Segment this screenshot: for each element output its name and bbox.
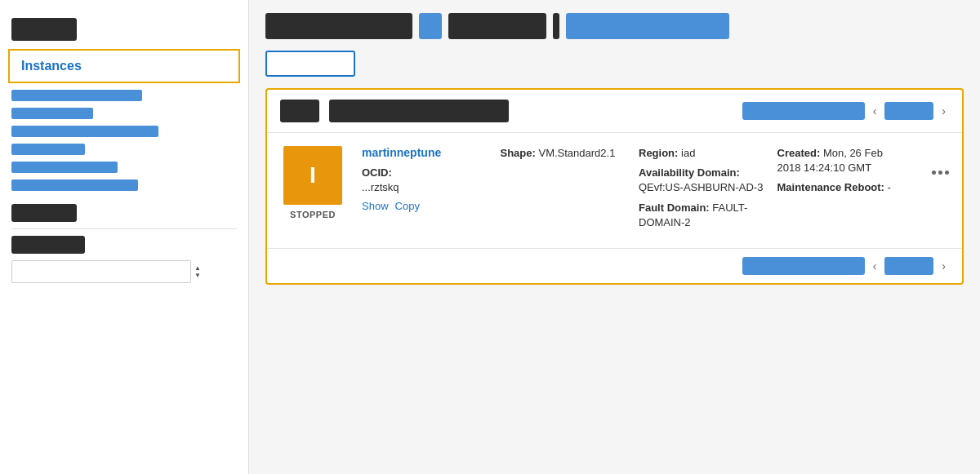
header-title-block (265, 13, 412, 39)
sidebar-divider (11, 228, 237, 229)
pagination-prev-top[interactable]: ‹ (870, 103, 880, 119)
info-col-2: Shape: VM.Standard2.1 (501, 146, 639, 235)
region-value: iad (681, 147, 695, 159)
instance-row: I STOPPED martinneptune OCID: ...rztskq … (267, 133, 962, 249)
maintenance-reboot-line: Maintenance Reboot: - (777, 180, 903, 195)
card-title-block (329, 100, 509, 122)
maintenance-reboot-value: - (888, 181, 891, 193)
pagination-info-bottom (742, 257, 865, 275)
instance-name-link[interactable]: martinneptune (362, 146, 488, 159)
main-content: ‹ › I STOPPED martinneptune OCID: (249, 0, 980, 474)
sidebar-spinner[interactable]: ▲ ▼ (194, 264, 201, 279)
shape-label: Shape: (501, 147, 536, 159)
instance-icon: I (283, 146, 342, 205)
sidebar-link-3[interactable] (11, 126, 158, 137)
availability-domain-line: Availability Domain: QEvf:US-ASHBURN-AD-… (639, 166, 764, 195)
region-label: Region: (639, 147, 678, 159)
ocid-label: OCID: (362, 166, 392, 179)
instance-status-badge: STOPPED (290, 210, 336, 219)
info-col-1: martinneptune OCID: ...rztskq Show Copy (362, 146, 501, 235)
info-col-3: Region: iad Availability Domain: QEvf:US… (639, 146, 777, 235)
pagination-next-top[interactable]: › (938, 103, 949, 119)
dot-2 (938, 171, 942, 175)
dot-1 (932, 171, 936, 175)
main-header (265, 13, 964, 39)
card-count-block (280, 100, 319, 122)
pagination-prev-bottom[interactable]: ‹ (870, 258, 880, 274)
show-ocid-link[interactable]: Show (362, 200, 389, 212)
create-instance-button[interactable] (265, 51, 355, 77)
ocid-links: Show Copy (362, 200, 488, 212)
pagination-next-bottom[interactable]: › (938, 258, 949, 274)
sidebar-bottom-label (11, 236, 85, 254)
ocid-line: OCID: ...rztskq (362, 166, 488, 195)
sidebar-top-item (11, 18, 77, 41)
sidebar-section-label (11, 204, 77, 222)
sidebar: Instances ▲ ▼ (0, 0, 249, 474)
fault-domain-line: Fault Domain: FAULT-DOMAIN-2 (639, 201, 764, 230)
shape-value: VM.Standard2.1 (538, 147, 615, 159)
instances-card: ‹ › I STOPPED martinneptune OCID: (265, 88, 964, 285)
pagination-info-top (742, 102, 865, 120)
header-icon-block (419, 13, 442, 39)
availability-domain-value: QEvf:US-ASHBURN-AD-3 (639, 181, 763, 193)
sidebar-select[interactable] (11, 260, 191, 283)
region-line: Region: iad (639, 146, 764, 161)
action-row (265, 51, 964, 77)
copy-ocid-link[interactable]: Copy (395, 200, 420, 212)
dot-3 (945, 171, 949, 175)
instance-icon-wrap: I STOPPED (280, 146, 345, 219)
sidebar-item-instances[interactable]: Instances (8, 49, 240, 83)
pagination-page-bottom[interactable] (884, 257, 933, 275)
availability-domain-label: Availability Domain: (639, 166, 740, 179)
instance-icon-letter: I (310, 162, 316, 188)
sidebar-link-1[interactable] (11, 90, 142, 101)
maintenance-reboot-label: Maintenance Reboot: (777, 181, 884, 193)
sidebar-link-2[interactable] (11, 108, 93, 119)
header-action-block (566, 13, 729, 39)
instance-info: martinneptune OCID: ...rztskq Show Copy … (362, 146, 915, 235)
card-header-pagination: ‹ › (742, 102, 949, 120)
sidebar-instances-label: Instances (21, 59, 82, 73)
header-sep-block (553, 13, 559, 39)
header-subtitle-block (448, 13, 546, 39)
ocid-value: ...rztskq (362, 181, 399, 193)
created-label: Created: (777, 147, 821, 159)
fault-domain-label: Fault Domain: (639, 202, 710, 214)
sidebar-link-5[interactable] (11, 162, 118, 173)
card-header: ‹ › (267, 90, 962, 133)
sidebar-select-area: ▲ ▼ (11, 260, 237, 283)
sidebar-link-6[interactable] (11, 179, 138, 191)
pagination-page-top[interactable] (884, 102, 933, 120)
info-col-4: Created: Mon, 26 Feb 2018 14:24:10 GMT M… (777, 146, 916, 235)
created-line: Created: Mon, 26 Feb 2018 14:24:10 GMT (777, 146, 903, 175)
shape-line: Shape: VM.Standard2.1 (501, 146, 626, 161)
card-footer: ‹ › (267, 249, 962, 283)
more-options-button[interactable] (932, 146, 949, 175)
sidebar-link-4[interactable] (11, 144, 85, 155)
